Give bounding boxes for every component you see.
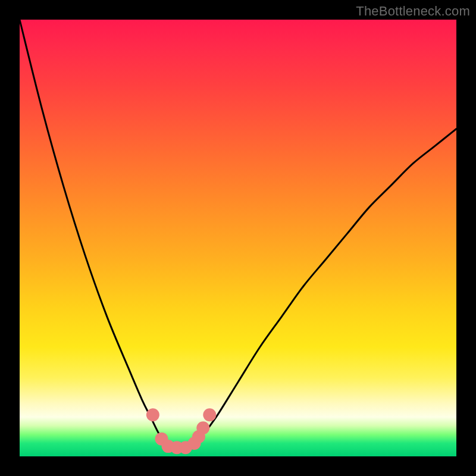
chart-frame: TheBottleneck.com [0, 0, 476, 476]
highlight-dot [203, 408, 216, 421]
highlight-dot [146, 408, 159, 421]
curve-layer [20, 20, 456, 456]
highlight-dot [196, 421, 209, 434]
plot-area [20, 20, 456, 456]
bottleneck-curve [20, 20, 456, 450]
watermark-text: TheBottleneck.com [356, 4, 470, 19]
